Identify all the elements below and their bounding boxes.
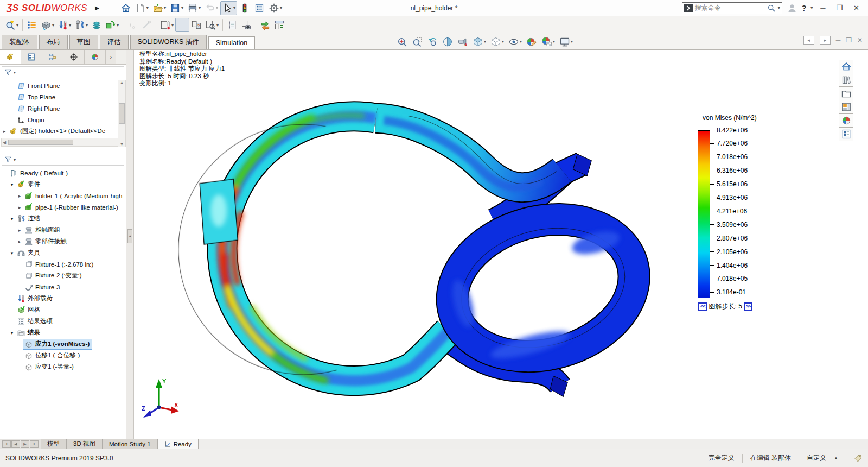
- tree-item-origin[interactable]: Origin: [0, 114, 118, 125]
- sim-mesh[interactable]: 网格: [0, 304, 125, 315]
- ribbon-tab[interactable]: SOLIDWORKS 插件: [130, 35, 207, 49]
- section-view-button[interactable]: [441, 35, 455, 48]
- expand-arrow[interactable]: ▾: [9, 182, 15, 187]
- restore-button[interactable]: ❐: [833, 4, 846, 12]
- sim-external-loads[interactable]: 外部载荷: [0, 293, 125, 304]
- propertymanager-tab[interactable]: [21, 50, 42, 64]
- previous-tab-button[interactable]: ◀: [11, 440, 20, 448]
- ribbon-tab[interactable]: 装配体: [2, 35, 37, 49]
- fixtures-advisor-button[interactable]: ▾: [73, 18, 90, 32]
- view-settings-button[interactable]: ▾: [558, 35, 575, 48]
- sim-part-holder[interactable]: ▸ holder-1 (-Acrylic (Medium-high: [0, 190, 125, 201]
- menu-expand-arrow-icon[interactable]: ▶: [92, 5, 103, 11]
- search-icon[interactable]: [767, 4, 776, 12]
- close-button[interactable]: ✕: [850, 4, 863, 12]
- open-button[interactable]: ▾: [151, 1, 168, 15]
- previous-view-button[interactable]: [425, 35, 439, 48]
- sim-fixture-3[interactable]: Fixture-3: [0, 281, 125, 293]
- pipe-loop[interactable]: [437, 200, 649, 376]
- help-caret[interactable]: ▾: [810, 5, 813, 10]
- taskpane-view-palette-tab[interactable]: [839, 100, 853, 114]
- user-account-icon[interactable]: [787, 3, 797, 14]
- time-step-button[interactable]: [125, 18, 139, 32]
- collapse-pane-right-button[interactable]: ▸: [820, 36, 831, 45]
- plot-results-button[interactable]: [175, 18, 189, 32]
- filter-caret[interactable]: ▾: [14, 70, 16, 75]
- panel-collapse-handle[interactable]: ◂: [127, 229, 132, 243]
- feature-tree-vertical-scrollbar[interactable]: ▲▼: [118, 80, 126, 147]
- ribbon-tab[interactable]: 评估: [100, 35, 129, 49]
- holder-tab[interactable]: [200, 179, 238, 244]
- manage-cases-button[interactable]: [258, 18, 272, 32]
- probe-button[interactable]: [139, 18, 154, 32]
- include-image-button[interactable]: [239, 18, 253, 32]
- run-study-button[interactable]: ▾: [104, 18, 120, 32]
- undo-button[interactable]: ▾: [203, 1, 220, 15]
- expand-arrow[interactable]: ▾: [9, 216, 15, 222]
- expand-arrow[interactable]: ▸: [16, 228, 23, 233]
- apply-scene-button[interactable]: ▾: [540, 35, 557, 48]
- new-document-button[interactable]: ▾: [133, 1, 150, 15]
- plot-tools-button[interactable]: ▾: [203, 18, 220, 32]
- sim-results-folder[interactable]: ▾ 结果: [0, 327, 125, 338]
- last-tab-button[interactable]: ⏵: [30, 440, 39, 448]
- hide-show-items-button[interactable]: ▾: [507, 35, 524, 48]
- tree-item-holder[interactable]: ▸ (固定) holder<1> (Default<<De: [0, 125, 118, 137]
- sim-connections-folder[interactable]: ▾ 连结: [0, 213, 125, 224]
- select-tool-button[interactable]: ▾: [220, 1, 237, 15]
- tag-icon[interactable]: [854, 454, 863, 463]
- filter-caret[interactable]: ▾: [14, 157, 16, 162]
- expand-arrow[interactable]: ▸: [1, 129, 8, 134]
- apply-material-button[interactable]: ▾: [39, 18, 56, 32]
- search-input[interactable]: 搜索命令: [695, 3, 765, 12]
- zoom-fit-button[interactable]: [395, 35, 409, 48]
- sim-parts-folder[interactable]: ▾ 零件: [0, 179, 125, 190]
- search-options-caret[interactable]: ▾: [778, 5, 780, 10]
- minimize-button[interactable]: ─: [817, 4, 828, 12]
- sim-fixture-2[interactable]: Fixture-2 (:变量:): [0, 270, 125, 281]
- model-tab[interactable]: 模型: [41, 439, 67, 449]
- shells-button[interactable]: [90, 18, 104, 32]
- motion-study-tab[interactable]: Motion Study 1: [103, 439, 158, 449]
- display-style-button[interactable]: ▾: [489, 35, 506, 48]
- study-advisor-button[interactable]: ▾: [3, 18, 20, 32]
- graphics-viewport[interactable]: 模型名称:nl_pipe_holder 算例名称:Ready(-Default-…: [134, 50, 837, 439]
- sim-fixtures-folder[interactable]: ▾ 夹具: [0, 247, 125, 258]
- options-button[interactable]: ▾: [267, 1, 284, 15]
- sim-strain-plot[interactable]: 应变1 (-等量-): [0, 361, 125, 373]
- doc-minimize-button[interactable]: ─: [836, 36, 841, 44]
- custom-caret-icon[interactable]: ▲: [834, 456, 838, 460]
- taskpane-design-library-tab[interactable]: [839, 73, 853, 87]
- 3d-views-tab[interactable]: 3D 视图: [67, 439, 103, 449]
- feature-tree-filter[interactable]: ▾: [2, 66, 124, 78]
- featuremanager-tab[interactable]: [0, 50, 21, 64]
- expand-arrow[interactable]: ▾: [9, 330, 15, 336]
- ready-study-tab[interactable]: Ready: [158, 439, 199, 449]
- doc-restore-button[interactable]: ❐: [846, 36, 852, 44]
- loads-advisor-button[interactable]: ▾: [56, 18, 73, 32]
- simulation-tree-filter[interactable]: ▾: [2, 154, 124, 166]
- holder-top-band[interactable]: [376, 118, 563, 188]
- taskpane-appearances-tab[interactable]: [839, 114, 853, 128]
- manage-results-button[interactable]: [272, 18, 286, 32]
- results-advisor-button[interactable]: ▾: [158, 18, 175, 32]
- expand-arrow[interactable]: ▾: [9, 250, 15, 256]
- first-tab-button[interactable]: ⏴: [2, 440, 11, 448]
- print-button[interactable]: ▾: [186, 1, 202, 15]
- tree-item-front-plane[interactable]: Front Plane: [0, 80, 118, 91]
- expand-arrow[interactable]: ▸: [16, 239, 23, 244]
- feature-tree-horizontal-scrollbar[interactable]: ◀▶: [1, 138, 125, 147]
- next-tab-button[interactable]: ▶: [21, 440, 29, 448]
- expand-arrow[interactable]: ▸: [16, 205, 23, 210]
- ribbon-tab[interactable]: 草图: [69, 35, 98, 49]
- more-tabs-button[interactable]: ›: [106, 50, 116, 64]
- taskpane-custom-properties-tab[interactable]: [839, 128, 853, 141]
- edit-appearance-button[interactable]: [525, 35, 539, 48]
- collapse-pane-left-button[interactable]: ◂: [803, 36, 814, 45]
- zoom-area-button[interactable]: [410, 35, 424, 48]
- sim-result-options[interactable]: 结果选项: [0, 315, 125, 327]
- simulation-options-button[interactable]: [25, 18, 39, 32]
- displaymanager-tab[interactable]: [85, 50, 106, 64]
- status-custom-button[interactable]: 自定义: [807, 453, 826, 463]
- search-go-icon[interactable]: [684, 4, 693, 12]
